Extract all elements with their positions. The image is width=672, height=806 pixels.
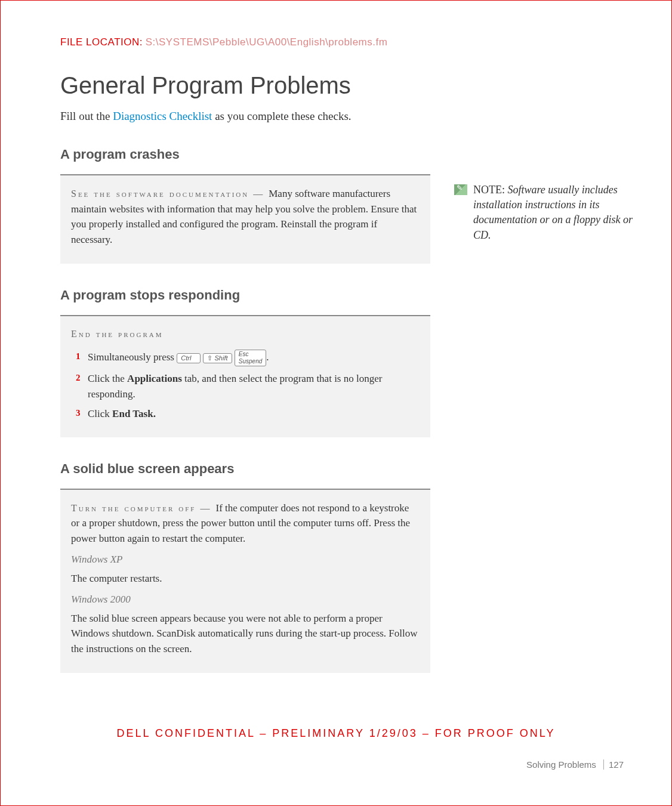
step-1-pre: Simultaneously press [88, 351, 177, 363]
esc-suspend-key-icon: EscSuspend [235, 350, 266, 366]
blue-os2-body: The solid blue screen appears because yo… [71, 611, 420, 657]
step-1: 1 Simultaneously press Ctrl Shift EscSus… [76, 350, 420, 366]
stops-steps: 1 Simultaneously press Ctrl Shift EscSus… [71, 350, 420, 422]
intro-text: Fill out the Diagnostics Checklist as yo… [60, 110, 642, 123]
file-location-path: S:\SYSTEMS\Pebble\UG\A00\English\problem… [146, 36, 388, 48]
main-column: A program crashes See the software docum… [60, 147, 430, 697]
step-2: 2 Click the Applications tab, and then s… [76, 371, 420, 402]
blue-os1: Windows XP [71, 552, 420, 567]
intro-post: as you complete these checks. [212, 110, 351, 122]
crashes-heading: A program crashes [60, 147, 430, 162]
page: FILE LOCATION: S:\SYSTEMS\Pebble\UG\A00\… [0, 0, 672, 806]
step-2-bold: Applications [127, 373, 182, 384]
blue-box: Turn the computer off — If the computer … [60, 489, 430, 674]
crashes-text: See the software documentation — Many so… [71, 186, 420, 247]
diagnostics-checklist-link[interactable]: Diagnostics Checklist [113, 110, 212, 122]
step-1-post: . [266, 351, 269, 363]
ctrl-key-icon: Ctrl [177, 353, 201, 363]
note-icon [454, 184, 467, 195]
blue-os2: Windows 2000 [71, 592, 420, 607]
step-3-pre: Click [88, 408, 112, 419]
intro-pre: Fill out the [60, 110, 113, 122]
footer-separator [603, 759, 604, 770]
page-footer: Solving Problems 127 [526, 759, 624, 770]
step-3-bold: End Task. [112, 408, 156, 419]
blue-lead: Turn the computer off — [71, 503, 215, 513]
shift-key-icon: Shift [203, 353, 232, 363]
step-3: 3 Click End Task. [76, 406, 420, 422]
page-title: General Program Problems [60, 72, 642, 99]
crashes-lead: See the software documentation — [71, 189, 269, 199]
file-location-label: FILE LOCATION: [60, 36, 143, 48]
footer-page-number: 127 [609, 759, 624, 770]
stops-heading: A program stops responding [60, 288, 430, 303]
esc-bot: Suspend [239, 358, 262, 365]
esc-top: Esc [239, 351, 249, 357]
step-3-num: 3 [76, 406, 81, 420]
blue-text: Turn the computer off — If the computer … [71, 501, 420, 546]
file-location-line: FILE LOCATION: S:\SYSTEMS\Pebble\UG\A00\… [60, 36, 642, 48]
footer-section: Solving Problems [526, 759, 596, 770]
stops-lead: End the program [71, 327, 420, 341]
step-2-num: 2 [76, 371, 81, 385]
note-label: NOTE: [473, 184, 505, 196]
step-2-pre: Click the [88, 373, 127, 384]
confidential-footer: DELL CONFIDENTIAL – PRELIMINARY 1/29/03 … [1, 727, 671, 740]
crashes-box: See the software documentation — Many so… [60, 174, 430, 264]
content-row: A program crashes See the software docum… [60, 147, 642, 697]
side-column: NOTE: Software usually includes installa… [454, 147, 642, 697]
note-body: NOTE: Software usually includes installa… [473, 183, 642, 243]
stops-box: End the program 1 Simultaneously press C… [60, 315, 430, 437]
blue-heading: A solid blue screen appears [60, 461, 430, 477]
step-1-num: 1 [76, 350, 81, 363]
blue-os1-body: The computer restarts. [71, 571, 420, 586]
note-block: NOTE: Software usually includes installa… [454, 183, 642, 243]
